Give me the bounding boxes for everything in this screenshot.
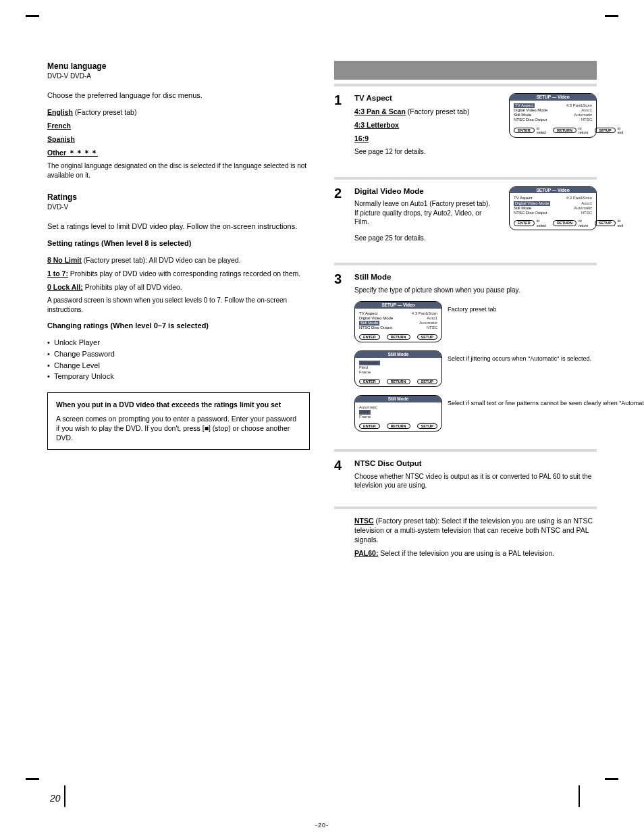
screen-dv-mode: SETUP — Video TV Aspect4:3 Pan&Scan Digi…	[509, 186, 597, 231]
password-note: A password screen is shown when you sele…	[47, 296, 310, 314]
step-2: 2 Digital Video Mode Normally leave on A…	[334, 186, 493, 250]
menu-language-subtitle: DVD-V DVD-A	[47, 72, 310, 81]
menu-language-intro: Choose the preferred language for disc m…	[47, 90, 310, 101]
ratings-intro: Set a ratings level to limit DVD video p…	[47, 221, 310, 232]
left-column: Menu language DVD-V DVD-A Choose the pre…	[47, 61, 310, 562]
changing-ratings-header: Changing ratings (When level 0–7 is sele…	[47, 321, 310, 331]
step-4: 4 NTSC Disc Output Choose whether NTSC v…	[334, 459, 597, 497]
video-section-bar	[334, 61, 597, 80]
page-number: 20	[50, 793, 61, 804]
step-3: 3 Still Mode Specify the type of picture…	[334, 272, 597, 440]
step-1: 1 TV Aspect 4:3 Pan & Scan (Factory pres…	[334, 93, 493, 163]
changing-ratings-list: Unlock Player Change Password Change Lev…	[47, 338, 310, 382]
setting-ratings-list: 8 No Limit (Factory preset tab): All DVD…	[47, 255, 310, 292]
still-mode-callout-2: Still Mode Automatic Field Frame ENTER R…	[354, 350, 644, 387]
right-column: 1 TV Aspect 4:3 Pan & Scan (Factory pres…	[334, 61, 597, 562]
menu-language-title: Menu language	[47, 61, 310, 72]
footer-code: -20-	[315, 822, 329, 829]
ratings-title: Ratings	[47, 192, 310, 203]
setting-ratings-header: Setting ratings (When level 8 is selecte…	[47, 238, 310, 249]
screen-tv-aspect: SETUP — Video TV Aspect4:3 Pan&Scan Digi…	[509, 93, 597, 138]
menu-language-options: English (Factory preset tab) French Span…	[47, 107, 310, 158]
still-mode-callout-1: SETUP — Video TV Aspect4:3 Pan&Scan Digi…	[354, 301, 644, 342]
ratings-subtitle: DVD-V	[47, 203, 310, 212]
still-mode-callout-3: Still Mode Automatic Field Frame ENTER R…	[354, 395, 644, 432]
menu-language-note: The original language designated on the …	[47, 161, 310, 180]
ratings-warning-box: When you put in a DVD video that exceeds…	[47, 392, 310, 450]
